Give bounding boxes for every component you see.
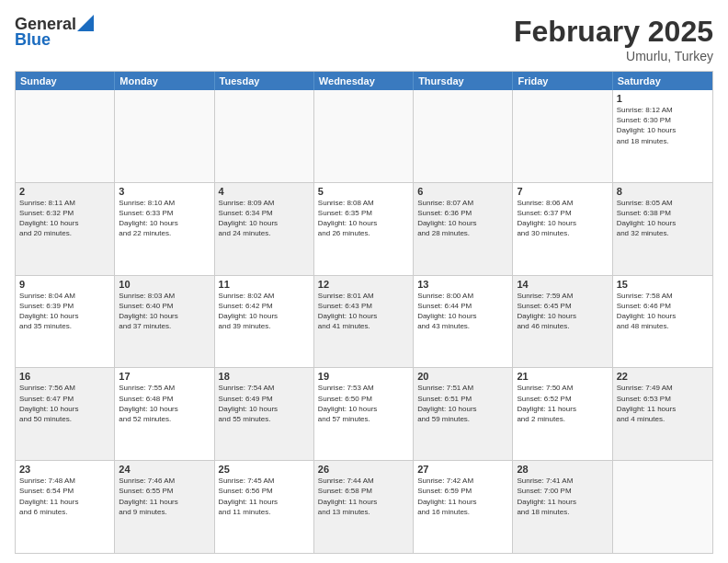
svg-marker-0: [77, 15, 94, 31]
calendar-cell: 9Sunrise: 8:04 AM Sunset: 6:39 PM Daylig…: [16, 276, 115, 368]
calendar-cell: [314, 90, 414, 182]
calendar-cell: 20Sunrise: 7:51 AM Sunset: 6:51 PM Dayli…: [414, 368, 513, 460]
calendar-body: 1Sunrise: 8:12 AM Sunset: 6:30 PM Daylig…: [16, 90, 712, 553]
logo-blue-text: Blue: [15, 30, 51, 50]
day-number: 19: [318, 371, 409, 382]
day-number: 3: [119, 186, 210, 197]
day-number: 26: [318, 464, 409, 475]
calendar-cell: 15Sunrise: 7:58 AM Sunset: 6:46 PM Dayli…: [613, 276, 712, 368]
day-info: Sunrise: 8:08 AM Sunset: 6:35 PM Dayligh…: [318, 198, 409, 239]
calendar-cell: [513, 90, 612, 182]
calendar-header: Sunday Monday Tuesday Wednesday Thursday…: [16, 72, 712, 90]
main-title: February 2025: [514, 15, 713, 49]
calendar-row-1: 2Sunrise: 8:11 AM Sunset: 6:32 PM Daylig…: [16, 183, 712, 276]
header-saturday: Saturday: [613, 72, 712, 90]
page: General Blue February 2025 Umurlu, Turke…: [0, 0, 728, 563]
day-info: Sunrise: 8:04 AM Sunset: 6:39 PM Dayligh…: [19, 291, 110, 332]
calendar: Sunday Monday Tuesday Wednesday Thursday…: [15, 71, 713, 554]
day-number: 27: [417, 464, 508, 475]
calendar-cell: 26Sunrise: 7:44 AM Sunset: 6:58 PM Dayli…: [314, 461, 414, 553]
calendar-row-4: 23Sunrise: 7:48 AM Sunset: 6:54 PM Dayli…: [16, 461, 712, 553]
calendar-cell: 4Sunrise: 8:09 AM Sunset: 6:34 PM Daylig…: [215, 183, 314, 275]
calendar-cell: [613, 461, 712, 553]
calendar-cell: 7Sunrise: 8:06 AM Sunset: 6:37 PM Daylig…: [513, 183, 612, 275]
day-number: 6: [417, 186, 508, 197]
day-number: 22: [617, 371, 709, 382]
day-info: Sunrise: 8:05 AM Sunset: 6:38 PM Dayligh…: [617, 198, 709, 239]
day-info: Sunrise: 7:59 AM Sunset: 6:45 PM Dayligh…: [517, 291, 608, 332]
calendar-cell: [115, 90, 214, 182]
day-info: Sunrise: 7:46 AM Sunset: 6:55 PM Dayligh…: [119, 476, 210, 517]
day-info: Sunrise: 8:10 AM Sunset: 6:33 PM Dayligh…: [119, 198, 210, 239]
day-info: Sunrise: 8:03 AM Sunset: 6:40 PM Dayligh…: [119, 291, 210, 332]
day-number: 28: [517, 464, 608, 475]
calendar-cell: 3Sunrise: 8:10 AM Sunset: 6:33 PM Daylig…: [115, 183, 214, 275]
calendar-cell: 1Sunrise: 8:12 AM Sunset: 6:30 PM Daylig…: [613, 90, 712, 182]
calendar-cell: 6Sunrise: 8:07 AM Sunset: 6:36 PM Daylig…: [414, 183, 513, 275]
day-info: Sunrise: 7:58 AM Sunset: 6:46 PM Dayligh…: [617, 291, 709, 332]
calendar-cell: 23Sunrise: 7:48 AM Sunset: 6:54 PM Dayli…: [16, 461, 115, 553]
calendar-cell: 19Sunrise: 7:53 AM Sunset: 6:50 PM Dayli…: [314, 368, 414, 460]
day-info: Sunrise: 8:06 AM Sunset: 6:37 PM Dayligh…: [517, 198, 608, 239]
day-number: 17: [119, 371, 210, 382]
day-info: Sunrise: 7:41 AM Sunset: 7:00 PM Dayligh…: [517, 476, 608, 517]
day-number: 9: [19, 279, 110, 290]
calendar-cell: 17Sunrise: 7:55 AM Sunset: 6:48 PM Dayli…: [115, 368, 214, 460]
calendar-cell: 18Sunrise: 7:54 AM Sunset: 6:49 PM Dayli…: [215, 368, 314, 460]
day-number: 14: [517, 279, 608, 290]
day-info: Sunrise: 7:42 AM Sunset: 6:59 PM Dayligh…: [417, 476, 508, 517]
calendar-row-0: 1Sunrise: 8:12 AM Sunset: 6:30 PM Daylig…: [16, 90, 712, 183]
day-info: Sunrise: 8:07 AM Sunset: 6:36 PM Dayligh…: [417, 198, 508, 239]
day-info: Sunrise: 8:11 AM Sunset: 6:32 PM Dayligh…: [19, 198, 110, 239]
day-info: Sunrise: 8:00 AM Sunset: 6:44 PM Dayligh…: [417, 291, 508, 332]
calendar-cell: 13Sunrise: 8:00 AM Sunset: 6:44 PM Dayli…: [414, 276, 513, 368]
calendar-cell: 10Sunrise: 8:03 AM Sunset: 6:40 PM Dayli…: [115, 276, 214, 368]
day-number: 8: [617, 186, 709, 197]
calendar-cell: 8Sunrise: 8:05 AM Sunset: 6:38 PM Daylig…: [613, 183, 712, 275]
day-number: 7: [517, 186, 608, 197]
day-number: 4: [219, 186, 310, 197]
header-sunday: Sunday: [16, 72, 115, 90]
day-number: 13: [417, 279, 508, 290]
day-info: Sunrise: 8:12 AM Sunset: 6:30 PM Dayligh…: [617, 105, 709, 146]
location-subtitle: Umurlu, Turkey: [514, 49, 713, 63]
logo-triangle-icon: [77, 15, 94, 31]
day-info: Sunrise: 8:02 AM Sunset: 6:42 PM Dayligh…: [219, 291, 310, 332]
day-info: Sunrise: 7:49 AM Sunset: 6:53 PM Dayligh…: [617, 383, 709, 424]
day-number: 11: [219, 279, 310, 290]
day-number: 1: [617, 93, 709, 104]
day-info: Sunrise: 7:54 AM Sunset: 6:49 PM Dayligh…: [219, 383, 310, 424]
calendar-cell: 28Sunrise: 7:41 AM Sunset: 7:00 PM Dayli…: [513, 461, 612, 553]
calendar-cell: [215, 90, 314, 182]
calendar-cell: 25Sunrise: 7:45 AM Sunset: 6:56 PM Dayli…: [215, 461, 314, 553]
day-info: Sunrise: 7:55 AM Sunset: 6:48 PM Dayligh…: [119, 383, 210, 424]
calendar-cell: 24Sunrise: 7:46 AM Sunset: 6:55 PM Dayli…: [115, 461, 214, 553]
day-number: 10: [119, 279, 210, 290]
day-number: 18: [219, 371, 310, 382]
header-wednesday: Wednesday: [314, 72, 414, 90]
day-info: Sunrise: 7:44 AM Sunset: 6:58 PM Dayligh…: [318, 476, 409, 517]
header: General Blue February 2025 Umurlu, Turke…: [15, 15, 713, 63]
day-info: Sunrise: 7:51 AM Sunset: 6:51 PM Dayligh…: [417, 383, 508, 424]
calendar-row-3: 16Sunrise: 7:56 AM Sunset: 6:47 PM Dayli…: [16, 368, 712, 461]
day-number: 5: [318, 186, 409, 197]
calendar-cell: 22Sunrise: 7:49 AM Sunset: 6:53 PM Dayli…: [613, 368, 712, 460]
day-info: Sunrise: 7:50 AM Sunset: 6:52 PM Dayligh…: [517, 383, 608, 424]
header-monday: Monday: [115, 72, 214, 90]
day-number: 24: [119, 464, 210, 475]
day-info: Sunrise: 8:01 AM Sunset: 6:43 PM Dayligh…: [318, 291, 409, 332]
day-info: Sunrise: 7:45 AM Sunset: 6:56 PM Dayligh…: [219, 476, 310, 517]
calendar-cell: 2Sunrise: 8:11 AM Sunset: 6:32 PM Daylig…: [16, 183, 115, 275]
day-number: 23: [19, 464, 110, 475]
header-friday: Friday: [513, 72, 612, 90]
calendar-cell: 16Sunrise: 7:56 AM Sunset: 6:47 PM Dayli…: [16, 368, 115, 460]
header-thursday: Thursday: [414, 72, 513, 90]
calendar-cell: 11Sunrise: 8:02 AM Sunset: 6:42 PM Dayli…: [215, 276, 314, 368]
calendar-cell: 12Sunrise: 8:01 AM Sunset: 6:43 PM Dayli…: [314, 276, 414, 368]
calendar-cell: [16, 90, 115, 182]
calendar-cell: 21Sunrise: 7:50 AM Sunset: 6:52 PM Dayli…: [513, 368, 612, 460]
title-section: February 2025 Umurlu, Turkey: [514, 15, 713, 63]
header-tuesday: Tuesday: [215, 72, 314, 90]
day-info: Sunrise: 7:48 AM Sunset: 6:54 PM Dayligh…: [19, 476, 110, 517]
calendar-cell: 14Sunrise: 7:59 AM Sunset: 6:45 PM Dayli…: [513, 276, 612, 368]
